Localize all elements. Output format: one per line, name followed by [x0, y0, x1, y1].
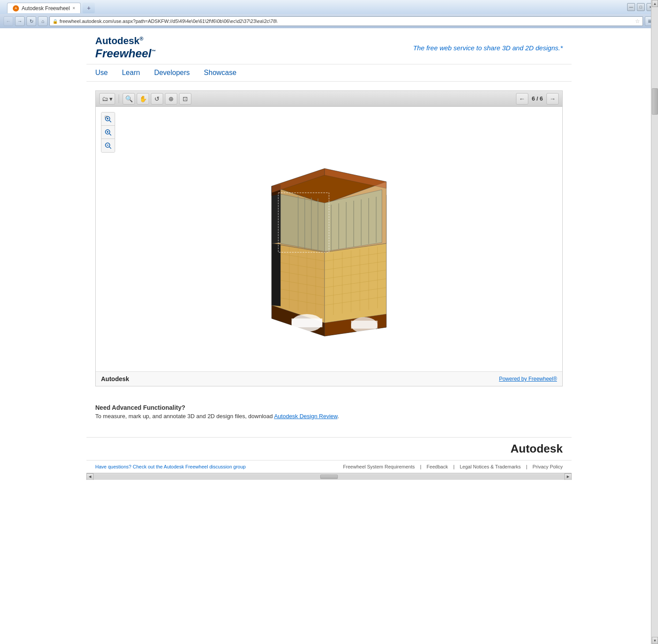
svg-line-10 [109, 147, 111, 149]
horizontal-scroll-thumb[interactable] [320, 475, 338, 479]
zoom-in-button[interactable] [101, 126, 115, 139]
next-page-button[interactable]: → [546, 93, 559, 105]
fit-button[interactable]: ⊡ [179, 93, 191, 105]
window-controls: — □ × [627, 3, 654, 11]
svg-line-6 [109, 134, 111, 135]
address-bar: ← → ↻ ⌂ 🔒 freewheel.autodesk.com/use.asp… [0, 14, 658, 28]
viewer-brand-label: Autodesk [101, 375, 129, 382]
advanced-functionality-title: Need Advanced Functionality? [95, 404, 563, 411]
svg-rect-61 [292, 318, 322, 327]
vertical-scroll-thumb[interactable] [652, 88, 658, 115]
zoom-out-button[interactable] [101, 139, 115, 152]
3d-model-svg [236, 124, 422, 354]
folder-tool-button[interactable]: 🗂 ▾ [99, 93, 115, 105]
url-lock-icon: 🔒 [52, 19, 58, 24]
advanced-text-after: . [337, 413, 339, 419]
bookmark-star-icon[interactable]: ☆ [635, 18, 640, 24]
zoom-region-button[interactable]: 🔍 [123, 93, 135, 105]
trademark-mark: ™ [151, 49, 156, 54]
advanced-functionality-text: To measure, mark up, and annotate 3D and… [95, 413, 563, 419]
viewer-toolbar: 🗂 ▾ 🔍 ✋ ↺ ⊕ ⊡ ← 6 / 6 → [96, 91, 562, 107]
below-viewer: Need Advanced Functionality? To measure,… [86, 395, 572, 424]
viewer-canvas[interactable] [96, 107, 562, 371]
new-tab-button[interactable]: + [82, 3, 95, 13]
walk-button[interactable]: ⊕ [165, 93, 177, 105]
footer-feedback-link[interactable]: Feedback [426, 464, 448, 469]
page-content: Autodesk® Freewheel™ The free web servic… [86, 28, 572, 480]
logo-area: Autodesk® Freewheel™ [95, 35, 156, 60]
site-header: Autodesk® Freewheel™ The free web servic… [86, 28, 572, 64]
scroll-up-button[interactable]: ▲ [652, 0, 658, 7]
viewer-footer: Autodesk Powered by Freewheel® [96, 371, 562, 386]
footer-right-links: Freewheel System Requirements | Feedback… [343, 464, 563, 469]
zoom-controls [101, 112, 115, 153]
prev-page-button[interactable]: ← [516, 93, 528, 105]
footer-links: Have questions? Check out the Autodesk F… [86, 460, 572, 473]
url-text: freewheel.autodesk.com/use.aspx?path=ADS… [60, 19, 277, 24]
nav-showcase[interactable]: Showcase [204, 69, 236, 77]
orbit-button[interactable]: ↺ [151, 93, 163, 105]
design-review-link[interactable]: Autodesk Design Review [274, 413, 337, 419]
tab-favicon: A [13, 5, 19, 11]
footer-brand: Autodesk [86, 438, 572, 460]
pan-button[interactable]: ✋ [137, 93, 149, 105]
zoom-in-window-button[interactable] [101, 112, 115, 126]
tab-close-button[interactable]: × [72, 6, 75, 11]
powered-by-link[interactable]: Powered by Freewheel® [499, 376, 557, 382]
scroll-left-button[interactable]: ◀ [86, 473, 93, 480]
footer-legal-link[interactable]: Legal Notices & Trademarks [460, 464, 521, 469]
tagline: The free web service to share 3D and 2D … [413, 44, 563, 52]
nav-use[interactable]: Use [95, 69, 108, 77]
horizontal-scrollbar[interactable]: ◀ ▶ [86, 473, 572, 480]
forward-button[interactable]: → [15, 16, 25, 26]
active-tab[interactable]: A Autodesk Freewheel × [7, 3, 81, 13]
svg-line-1 [109, 120, 111, 122]
autodesk-logo: Autodesk® [95, 35, 156, 47]
browser-chrome: A Autodesk Freewheel × + — □ × ← → ↻ ⌂ 🔒… [0, 0, 658, 28]
minimize-button[interactable]: — [627, 3, 635, 11]
svg-marker-58 [272, 243, 280, 306]
svg-rect-63 [351, 321, 378, 329]
site-footer: Autodesk Have questions? Check out the A… [86, 437, 572, 473]
footer-sep-1: | [420, 464, 421, 469]
tab-title: Autodesk Freewheel [22, 5, 70, 11]
registered-mark: ® [139, 36, 143, 42]
url-input[interactable]: 🔒 freewheel.autodesk.com/use.aspx?path=A… [49, 16, 643, 26]
toolbar-separator-1 [119, 94, 119, 103]
footer-system-req-link[interactable]: Freewheel System Requirements [343, 464, 415, 469]
pagination-area: ← 6 / 6 → [516, 93, 559, 105]
footer-privacy-link[interactable]: Privacy Policy [533, 464, 563, 469]
horizontal-scroll-track[interactable] [93, 474, 565, 479]
nav-developers[interactable]: Developers [154, 69, 190, 77]
nav-learn[interactable]: Learn [122, 69, 140, 77]
vertical-scrollbar[interactable]: ▲ ▼ [651, 0, 658, 480]
footer-sep-3: | [526, 464, 527, 469]
title-bar: A Autodesk Freewheel × + — □ × [0, 0, 658, 14]
page-indicator: 6 / 6 [532, 95, 543, 102]
viewer-body [96, 107, 562, 371]
maximize-button[interactable]: □ [637, 3, 645, 11]
scroll-right-button[interactable]: ▶ [565, 473, 572, 480]
footer-discussion-link[interactable]: Have questions? Check out the Autodesk F… [95, 464, 246, 469]
freewheel-logo: Freewheel™ [95, 47, 156, 60]
back-button[interactable]: ← [4, 16, 13, 26]
viewer-container: 🗂 ▾ 🔍 ✋ ↺ ⊕ ⊡ ← 6 / 6 → [95, 90, 563, 386]
home-button[interactable]: ⌂ [38, 16, 48, 26]
site-nav: Use Learn Developers Showcase [86, 64, 572, 82]
advanced-text-before: To measure, mark up, and annotate 3D and… [95, 413, 274, 419]
footer-sep-2: | [453, 464, 455, 469]
refresh-button[interactable]: ↻ [26, 16, 36, 26]
tab-bar: A Autodesk Freewheel × + [4, 1, 98, 13]
